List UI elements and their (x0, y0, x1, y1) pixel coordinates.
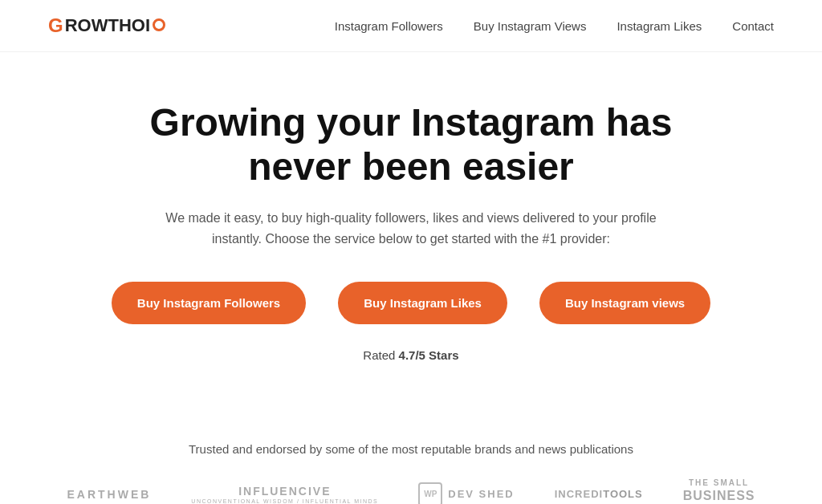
hero-subtext: We made it easy, to buy high-quality fol… (154, 208, 668, 249)
brands-list: EARTHWEB INFLUENCIVE UNCONVENTIONAL WISD… (48, 478, 774, 504)
cta-buttons-group: Buy Instagram Followers Buy Instagram Li… (48, 282, 774, 324)
nav-item-views[interactable]: Buy Instagram Views (474, 19, 587, 33)
rating-row: Rated 4.7/5 Stars (363, 348, 458, 362)
devshed-text: DEV SHED (448, 488, 514, 500)
trusted-section: Trusted and endorsed by some of the most… (0, 418, 822, 504)
hero-heading: Growing your Instagram has never been ea… (130, 100, 692, 189)
nav-item-followers[interactable]: Instagram Followers (335, 19, 443, 33)
site-header: GROWTHOI Instagram Followers Buy Instagr… (0, 0, 822, 52)
nav-item-contact[interactable]: Contact (732, 19, 774, 33)
influencive-main: INFLUENCIVE (238, 485, 331, 498)
increditools-accent: tools (603, 488, 643, 500)
trusted-heading: Trusted and endorsed by some of the most… (48, 442, 774, 456)
logo-circle-icon (153, 18, 165, 31)
logo-text: ROWTHOI (65, 15, 150, 36)
brand-influencive: INFLUENCIVE UNCONVENTIONAL WISDOM / INFL… (191, 485, 378, 504)
buy-followers-button[interactable]: Buy Instagram Followers (112, 282, 306, 324)
main-nav: Instagram Followers Buy Instagram Views … (335, 19, 774, 33)
influencive-sub: UNCONVENTIONAL WISDOM / INFLUENTIAL MIND… (191, 498, 378, 504)
rating-label: Rated (363, 348, 398, 362)
logo-g: G (48, 14, 63, 37)
buy-likes-button[interactable]: Buy Instagram Likes (338, 282, 507, 324)
nav-item-likes[interactable]: Instagram Likes (616, 19, 702, 33)
smallbiz-top: THE SMALL (689, 478, 749, 488)
logo[interactable]: GROWTHOI (48, 14, 165, 37)
rating-value: 4.7/5 Stars (399, 348, 459, 362)
smallbiz-mid: BUSINESS (683, 488, 755, 503)
brand-earthweb: EARTHWEB (67, 488, 151, 501)
brand-increditools: increditools (555, 488, 643, 500)
wp-icon: WP (418, 482, 442, 504)
buy-views-button[interactable]: Buy Instagram views (539, 282, 710, 324)
brand-devshed: WP DEV SHED (418, 482, 514, 504)
hero-section: Growing your Instagram has never been ea… (0, 52, 822, 418)
brand-smallbiz: THE SMALL BUSINESS B L O G (683, 478, 755, 504)
